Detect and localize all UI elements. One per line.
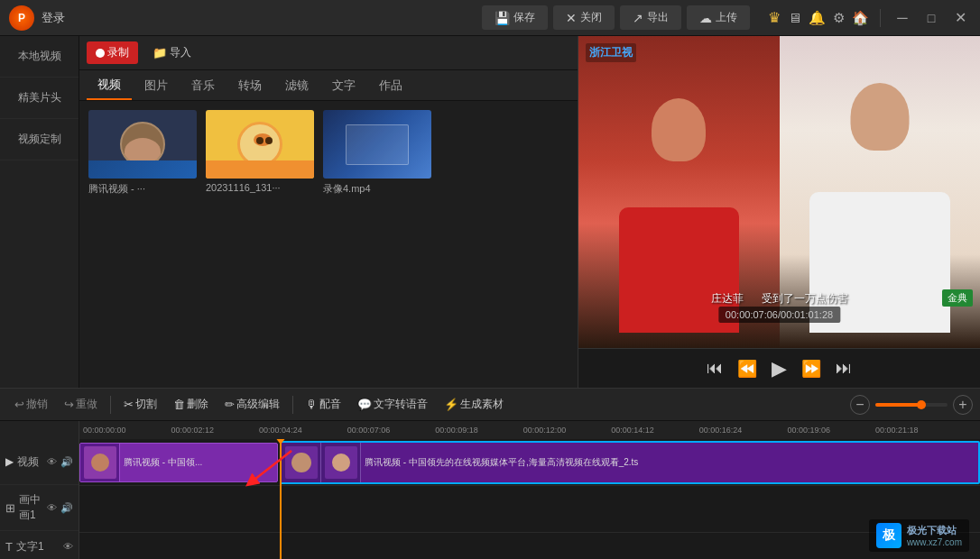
tab-music[interactable]: 音乐 [180, 72, 226, 99]
video-play-icon[interactable]: ▶ [5, 455, 14, 468]
sidebar-item-custom-video[interactable]: 视频定制 [0, 119, 79, 160]
scissors-icon: ✂ [124, 398, 134, 411]
track-label-pip: ⊞ 画中画1 👁 🔊 [0, 485, 79, 531]
delete-button[interactable]: 🗑 删除 [166, 394, 216, 415]
cut-button[interactable]: ✂ 切割 [116, 394, 164, 415]
track-labels: ▶ 视频 👁 🔊 ⊞ 画中画1 👁 🔊 T 文字1 👁 ♪ 音乐1 [0, 439, 79, 559]
login-text[interactable]: 登录 [42, 10, 65, 26]
vip-icon-btn[interactable]: ♛ [768, 9, 781, 26]
pip-eye-icon[interactable]: 👁 [47, 502, 57, 513]
upload-button[interactable]: ☁ 上传 [687, 5, 750, 30]
pip-track-row[interactable] [79, 486, 980, 533]
pip-audio-icon[interactable]: 🔊 [60, 502, 73, 514]
time-overlay: 00:00:07:06/00:01:01:28 [718, 307, 840, 323]
tab-filter[interactable]: 滤镜 [274, 72, 319, 99]
timeline-toolbar: ↩ 撤销 ↪ 重做 ✂ 切割 🗑 删除 ✏ 高级编辑 🎙 配音 💬 文字转语音 [0, 389, 980, 421]
ruler-mark-3: 00:00:07:06 [347, 426, 391, 435]
ruler-mark-5: 00:00:12:00 [523, 426, 567, 435]
video-track-row[interactable]: 腾讯视频 - 中国领... [79, 439, 980, 486]
zoom-in-button[interactable]: + [953, 395, 973, 415]
speech-button[interactable]: 💬 文字转语音 [350, 394, 435, 415]
brand-logo-icon: 极 [883, 527, 895, 544]
video-audio-icon[interactable]: 🔊 [60, 456, 73, 468]
tab-transition[interactable]: 转场 [227, 72, 273, 99]
brand-watermark: 极 极光下载站 www.xz7.com [869, 519, 969, 552]
import-button[interactable]: 📁 导入 [143, 41, 200, 64]
undo-icon: ↩ [14, 398, 24, 411]
settings-icon-btn[interactable]: ⚙ [833, 10, 845, 26]
step-forward-button[interactable]: ⏩ [801, 359, 821, 379]
media-thumbnail-3 [323, 110, 431, 179]
tab-image[interactable]: 图片 [134, 72, 179, 99]
monitor-icon-btn[interactable]: 🖥 [788, 10, 801, 25]
edit-icon: ✏ [225, 398, 235, 411]
pip-icon: ⊞ [5, 501, 15, 515]
mic-icon: 🎙 [306, 398, 318, 411]
skip-forward-button[interactable]: ⏭ [836, 359, 852, 378]
bell-icon-btn[interactable]: 🔔 [809, 10, 826, 26]
media-thumbnail-2 [206, 110, 314, 179]
track-name-text: 文字1 [16, 539, 44, 554]
play-button[interactable]: ▶ [772, 357, 787, 380]
upload-icon: ☁ [699, 11, 712, 25]
redo-icon: ↪ [64, 398, 74, 411]
media-item[interactable]: 20231116_131··· [206, 110, 314, 196]
track-label-video: ▶ 视频 👁 🔊 [0, 439, 79, 485]
save-button[interactable]: 💾 保存 [482, 5, 548, 30]
zoom-slider[interactable] [875, 403, 948, 407]
track-name-pip: 画中画1 [19, 492, 43, 523]
adv-edit-button[interactable]: ✏ 高级编辑 [217, 394, 287, 415]
video-clip-2[interactable]: 腾讯视频 - 中国领先的在线视频媒体平台,海量高清视频在线观看_2.ts [280, 441, 980, 484]
tab-works[interactable]: 作品 [368, 72, 413, 99]
clip-2-label: 腾讯视频 - 中国领先的在线视频媒体平台,海量高清视频在线观看_2.ts [361, 454, 978, 471]
playback-controls: ⏮ ⏪ ▶ ⏩ ⏭ [578, 348, 980, 388]
video-clip-1[interactable]: 腾讯视频 - 中国领... [79, 443, 278, 482]
export-icon: ↗ [633, 11, 643, 25]
text-track-icon: T [5, 540, 13, 554]
sidebar-item-local-video[interactable]: 本地视频 [0, 36, 79, 78]
redo-button[interactable]: ↪ 重做 [57, 394, 105, 415]
home-icon-btn[interactable]: 🏠 [852, 10, 869, 26]
generate-button[interactable]: ⚡ 生成素材 [437, 394, 511, 415]
save-icon: 💾 [495, 11, 510, 25]
ruler-mark-6: 00:00:14:12 [611, 426, 654, 435]
ruler-mark-8: 00:00:19:06 [787, 426, 830, 435]
zoom-out-button[interactable]: − [850, 395, 870, 415]
sidebar-item-premium-header[interactable]: 精美片头 [0, 78, 79, 119]
media-label: 腾讯视频 - ··· [88, 182, 197, 196]
maximize-button[interactable]: □ [920, 7, 942, 29]
name-tag-left: 庄达菲 [711, 291, 744, 307]
step-back-button[interactable]: ⏪ [737, 359, 757, 379]
close-window-button[interactable]: ✕ [949, 7, 971, 29]
subtitle-bar: 庄达菲 受到了一万点伤害 [578, 291, 980, 307]
tab-text[interactable]: 文字 [321, 72, 366, 99]
text-eye-icon[interactable]: 👁 [63, 541, 73, 552]
skip-back-button[interactable]: ⏮ [707, 359, 723, 378]
close-button[interactable]: ✕ 关闭 [553, 5, 615, 30]
video-eye-icon[interactable]: 👁 [47, 456, 57, 467]
media-label: 20231116_131··· [206, 182, 314, 193]
text-track-row[interactable] [79, 533, 980, 559]
delete-icon: 🗑 [173, 398, 185, 411]
timeline-ruler: 00:00:00:00 00:00:02:12 00:00:04:24 00:0… [0, 421, 980, 439]
export-button[interactable]: ↗ 导出 [620, 5, 681, 30]
timeline-section: ↩ 撤销 ↪ 重做 ✂ 切割 🗑 删除 ✏ 高级编辑 🎙 配音 💬 文字转语音 [0, 388, 980, 559]
speech-icon: 💬 [357, 398, 372, 411]
media-item[interactable]: 腾讯视频 - ··· [88, 110, 197, 196]
ruler-mark-0: 00:00:00:00 [83, 426, 126, 435]
tab-video[interactable]: 视频 [87, 71, 132, 100]
media-toolbar: 录制 📁 导入 [79, 36, 578, 70]
minimize-button[interactable]: ─ [892, 7, 913, 29]
media-item[interactable]: 录像4.mp4 [323, 110, 431, 196]
audio-button[interactable]: 🎙 配音 [299, 394, 348, 415]
ruler-mark-9: 00:00:21:18 [875, 426, 919, 435]
track-name-video: 视频 [17, 454, 39, 470]
undo-button[interactable]: ↩ 撤销 [7, 394, 55, 415]
import-icon: 📁 [153, 46, 167, 60]
clip-1-label: 腾讯视频 - 中国领... [120, 454, 206, 471]
generate-icon: ⚡ [444, 398, 458, 411]
record-button[interactable]: 录制 [87, 41, 138, 64]
ruler-mark-4: 00:00:09:18 [435, 426, 478, 435]
preview-video: 浙江卫视 金典 庄达菲 受到了一万点伤害 00:00:07:06/00:01:0… [578, 36, 980, 348]
media-thumbnail-1 [88, 110, 197, 179]
